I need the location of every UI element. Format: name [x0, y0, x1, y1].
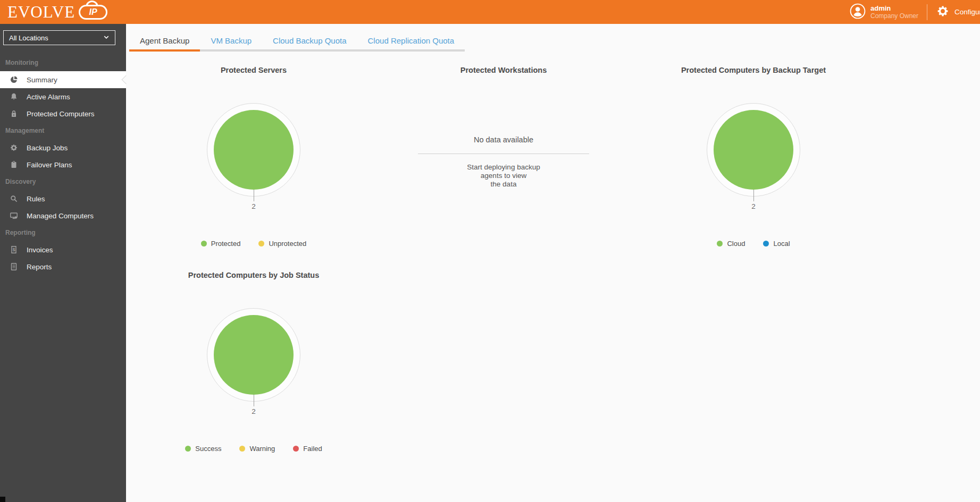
nav-section-label-monitoring: Monitoring: [0, 54, 126, 71]
chart-panel-protected-computers-by-job-status: Protected Computers by Job Status2Succes…: [129, 258, 379, 471]
nav-section-label-reporting: Reporting: [0, 224, 126, 241]
gear-jobs-icon: [10, 143, 18, 152]
legend-label: Failed: [303, 445, 322, 453]
gear-icon: [936, 4, 950, 20]
invoice-icon: $: [10, 245, 18, 254]
svg-text:$: $: [13, 247, 15, 252]
sidebar-item-label: Rules: [27, 195, 45, 203]
legend-item-cloud[interactable]: Cloud: [717, 240, 745, 248]
chevron-down-icon: [103, 34, 110, 42]
sidebar-item-rules[interactable]: Rules: [0, 190, 126, 207]
sidebar-item-label: Reports: [27, 263, 52, 271]
sidebar-item-backup-jobs[interactable]: Backup Jobs: [0, 139, 126, 156]
top-header: EVOLVE IP admin Company Ow: [0, 0, 980, 24]
legend-dot: [763, 241, 769, 246]
tab-cloud-replication-quota[interactable]: Cloud Replication Quota: [357, 33, 465, 49]
pie-slice-protected[interactable]: [214, 110, 294, 190]
legend-dot: [201, 241, 207, 246]
legend-dot: [717, 241, 723, 246]
user-menu[interactable]: admin Company Owner: [850, 3, 918, 21]
legend: SuccessWarningFailed: [129, 445, 379, 453]
legend-label: Cloud: [727, 240, 745, 248]
sidebar-item-label: Backup Jobs: [27, 144, 68, 152]
pie-tick: [254, 395, 254, 406]
pie-ring: [707, 103, 800, 197]
user-avatar-icon: [850, 3, 866, 21]
user-role: Company Owner: [870, 12, 918, 20]
legend-item-success[interactable]: Success: [185, 445, 221, 453]
tab-agent-backup[interactable]: Agent Backup: [129, 33, 200, 49]
legend-item-local[interactable]: Local: [763, 240, 790, 248]
legend: CloudLocal: [629, 240, 878, 248]
search-rules-icon: [10, 194, 18, 203]
legend-label: Success: [195, 445, 221, 453]
chart-title: Protected Computers by Job Status: [129, 271, 379, 279]
legend-label: Protected: [211, 240, 241, 248]
tab-bar: Agent BackupVM BackupCloud Backup QuotaC…: [129, 33, 465, 52]
legend-dot: [185, 446, 191, 452]
legend-dot: [239, 446, 245, 452]
sidebar-item-summary[interactable]: Summary: [0, 71, 126, 88]
pie-chart-icon: [10, 75, 18, 84]
main-content: Agent BackupVM BackupCloud Backup QuotaC…: [126, 24, 980, 502]
sidebar-item-failover-plans[interactable]: Failover Plans: [0, 156, 126, 173]
legend-dot: [258, 241, 264, 246]
sidebar-item-protected-computers[interactable]: Protected Computers: [0, 105, 126, 122]
header-actions: admin Company Owner Configuration: [850, 0, 980, 24]
legend-item-unprotected[interactable]: Unprotected: [258, 240, 306, 248]
header-divider: [927, 4, 927, 20]
pie-ring: [207, 308, 300, 402]
pie-tick: [254, 190, 254, 201]
sidebar-item-reports[interactable]: Reports: [0, 258, 126, 275]
sidebar-item-label: Protected Computers: [27, 110, 95, 118]
legend-item-protected[interactable]: Protected: [201, 240, 241, 248]
legend-label: Unprotected: [269, 240, 306, 248]
no-data-divider: [418, 154, 589, 154]
pie-value-label: 2: [629, 202, 878, 210]
chart-title: Protected Computers by Backup Target: [629, 66, 878, 74]
sidebar: All Locations MonitoringSummaryActive Al…: [0, 24, 126, 502]
nav-section-label-discovery: Discovery: [0, 173, 126, 190]
pie-slice-success[interactable]: [214, 315, 294, 395]
legend-dot: [293, 446, 299, 452]
configuration-button[interactable]: Configuration: [936, 4, 980, 20]
sidebar-item-label: Managed Computers: [27, 212, 94, 220]
scrollbar-corner: [0, 497, 5, 502]
app-root: EVOLVE IP admin Company Ow: [0, 0, 980, 502]
tab-cloud-backup-quota[interactable]: Cloud Backup Quota: [262, 33, 357, 49]
location-filter-select[interactable]: All Locations: [3, 30, 115, 45]
sidebar-item-managed-computers[interactable]: Managed Computers: [0, 207, 126, 224]
sidebar-item-invoices[interactable]: $Invoices: [0, 241, 126, 258]
chart-panel-protected-computers-by-backup-target: Protected Computers by Backup Target2Clo…: [629, 53, 878, 266]
pie-value-label: 2: [129, 202, 379, 210]
sidebar-item-active-alarms[interactable]: Active Alarms: [0, 88, 126, 105]
legend-item-warning[interactable]: Warning: [239, 445, 275, 453]
location-filter-value: All Locations: [9, 34, 48, 42]
bell-icon: [10, 92, 18, 101]
no-data-hint: Start deploying backupagents to viewthe …: [379, 163, 629, 189]
lock-icon: [10, 109, 18, 118]
sidebar-item-label: Invoices: [27, 246, 53, 254]
user-name: admin: [870, 4, 918, 12]
sidebar-item-label: Summary: [27, 76, 57, 84]
pie-slice-cloud[interactable]: [714, 110, 793, 190]
chart-title: Protected Servers: [129, 66, 379, 74]
sidebar-nav: MonitoringSummaryActive AlarmsProtected …: [0, 54, 126, 275]
clipboard-icon: [10, 160, 18, 169]
legend-label: Warning: [249, 445, 275, 453]
chart-panel-protected-servers: Protected Servers2ProtectedUnprotected: [129, 53, 379, 266]
legend-item-failed[interactable]: Failed: [293, 445, 322, 453]
chart-title: Protected Workstations: [379, 66, 629, 74]
computer-gear-icon: [10, 211, 18, 220]
evolveip-logo: EVOLVE IP: [7, 0, 107, 24]
tab-vm-backup[interactable]: VM Backup: [200, 33, 262, 49]
sidebar-item-label: Active Alarms: [27, 93, 70, 101]
pie-tick: [753, 190, 754, 201]
report-icon: [10, 262, 18, 271]
brand-wordmark: EVOLVE: [7, 0, 75, 24]
cloud-logo-badge: IP: [79, 5, 107, 20]
legend: ProtectedUnprotected: [129, 240, 379, 248]
pie-value-label: 2: [129, 407, 379, 415]
legend-label: Local: [773, 240, 790, 248]
sidebar-item-label: Failover Plans: [27, 161, 72, 169]
